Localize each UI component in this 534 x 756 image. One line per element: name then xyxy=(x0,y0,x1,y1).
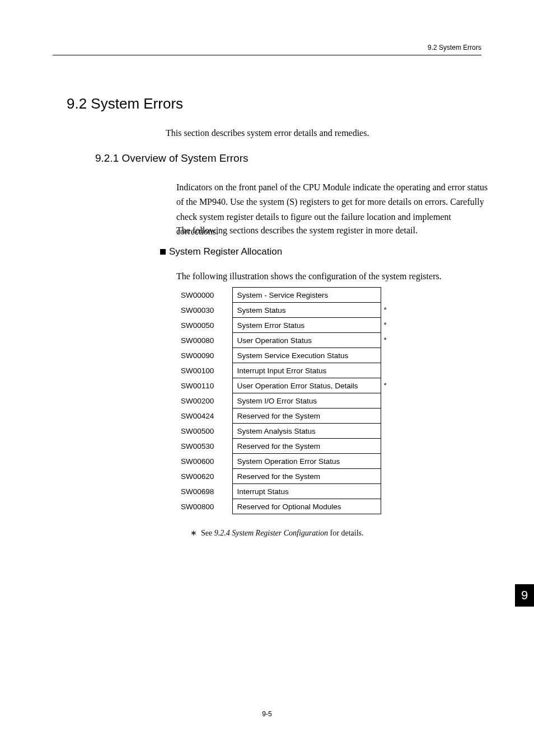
table-row: SW00100Interrupt Input Error Status xyxy=(176,363,391,378)
register-label: SW00424 xyxy=(176,408,232,424)
footnote: ∗ See 9.2.4 System Register Configuratio… xyxy=(190,528,363,538)
register-desc: System - Service Registers xyxy=(232,288,381,303)
register-desc: System Error Status xyxy=(232,318,381,333)
register-note xyxy=(381,469,391,484)
register-label: SW00100 xyxy=(176,363,232,378)
table-row: SW00050System Error Status* xyxy=(176,318,391,333)
register-table: SW00000System - Service RegistersSW00030… xyxy=(176,287,391,514)
footnote-pre: See xyxy=(201,529,214,537)
register-desc: System Service Execution Status xyxy=(232,348,381,363)
table-row: SW00110User Operation Error Status, Deta… xyxy=(176,378,391,393)
register-note: * xyxy=(381,333,391,348)
footnote-italic: 9.2.4 System Register Configuration xyxy=(214,529,328,537)
register-label: SW00110 xyxy=(176,378,232,393)
register-label: SW00620 xyxy=(176,469,232,484)
register-desc: System Operation Error Status xyxy=(232,454,381,469)
register-desc: System Status xyxy=(232,303,381,318)
register-desc: System Analysis Status xyxy=(232,424,381,439)
register-note xyxy=(381,363,391,378)
register-note: * xyxy=(381,318,391,333)
register-note xyxy=(381,439,391,454)
register-label: SW00050 xyxy=(176,318,232,333)
register-note xyxy=(381,288,391,303)
register-desc: Interrupt Input Error Status xyxy=(232,363,381,378)
page-thumb: 9 xyxy=(515,584,534,607)
page-number: 9-5 xyxy=(0,710,534,718)
table-row: SW00424Reserved for the System xyxy=(176,408,391,424)
register-desc: Reserved for the System xyxy=(232,439,381,454)
register-label: SW00500 xyxy=(176,424,232,439)
register-label: SW00080 xyxy=(176,333,232,348)
section-intro: This section describes system error deta… xyxy=(166,128,369,138)
register-desc: User Operation Error Status, Details xyxy=(232,378,381,393)
register-desc: Interrupt Status xyxy=(232,484,381,499)
register-note xyxy=(381,408,391,424)
register-note xyxy=(381,393,391,408)
register-label: SW00000 xyxy=(176,288,232,303)
register-note xyxy=(381,484,391,499)
register-note xyxy=(381,454,391,469)
register-desc: Reserved for the System xyxy=(232,408,381,424)
register-note: * xyxy=(381,378,391,393)
register-label: SW00698 xyxy=(176,484,232,499)
subsection-title: 9.2.1 Overview of System Errors xyxy=(95,152,248,165)
register-desc: Reserved for the System xyxy=(232,469,381,484)
table-row: SW00620Reserved for the System xyxy=(176,469,391,484)
table-row: SW00500System Analysis Status xyxy=(176,424,391,439)
footnote-post: for details. xyxy=(328,529,363,537)
table-row: SW00200System I/O Error Status xyxy=(176,393,391,408)
table-row: SW00030System Status* xyxy=(176,303,391,318)
register-desc: Reserved for Optional Modules xyxy=(232,499,381,514)
table-row: SW00698Interrupt Status xyxy=(176,484,391,499)
register-desc: User Operation Status xyxy=(232,333,381,348)
register-label: SW00090 xyxy=(176,348,232,363)
register-desc: System I/O Error Status xyxy=(232,393,381,408)
register-label: SW00200 xyxy=(176,393,232,408)
register-note xyxy=(381,424,391,439)
register-note xyxy=(381,499,391,514)
square-bullet-icon xyxy=(160,249,166,255)
table-intro: The following illustration shows the con… xyxy=(176,269,495,284)
header-section-ref: 9.2 System Errors xyxy=(428,44,481,51)
register-label: SW00600 xyxy=(176,454,232,469)
table-row: SW00530Reserved for the System xyxy=(176,439,391,454)
header-divider xyxy=(53,55,481,55)
table-row: SW00000System - Service Registers xyxy=(176,288,391,303)
table-row: SW00090System Service Execution Status xyxy=(176,348,391,363)
table-row: SW00080User Operation Status* xyxy=(176,333,391,348)
bullet-heading: System Register Allocation xyxy=(160,246,282,257)
register-note: * xyxy=(381,303,391,318)
register-label: SW00530 xyxy=(176,439,232,454)
subsection-para-2: The following sections describes the sys… xyxy=(176,223,495,238)
register-label: SW00030 xyxy=(176,303,232,318)
bullet-heading-text: System Register Allocation xyxy=(169,246,282,257)
register-note xyxy=(381,348,391,363)
table-row: SW00800Reserved for Optional Modules xyxy=(176,499,391,514)
footnote-mark: ∗ xyxy=(190,529,197,537)
section-title: 9.2 System Errors xyxy=(67,95,183,112)
register-label: SW00800 xyxy=(176,499,232,514)
table-row: SW00600System Operation Error Status xyxy=(176,454,391,469)
